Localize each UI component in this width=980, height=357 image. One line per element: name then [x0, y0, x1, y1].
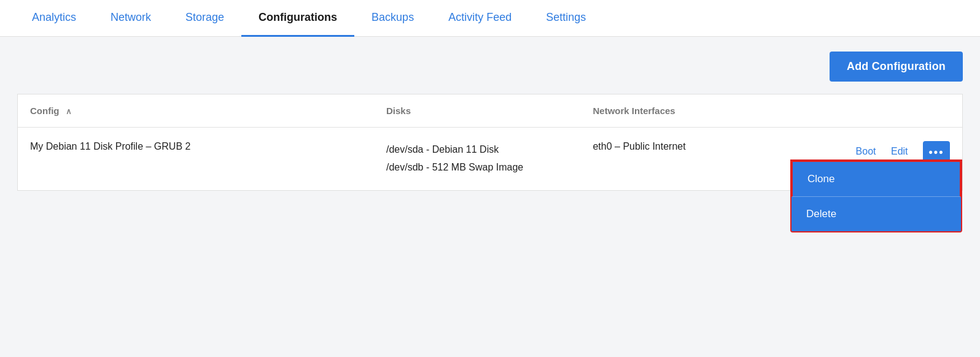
tab-storage[interactable]: Storage	[168, 0, 241, 37]
boot-link[interactable]: Boot	[856, 146, 876, 156]
configurations-table: Config ∧ Disks Network Interfaces My Deb…	[17, 94, 963, 191]
main-content: Add Configuration Config ∧ Disks Network…	[0, 37, 980, 205]
add-configuration-button[interactable]: Add Configuration	[830, 52, 963, 82]
disk-entry-1: /dev/sda - Debian 11 Disk	[386, 141, 568, 159]
tab-analytics[interactable]: Analytics	[15, 0, 93, 37]
delete-button[interactable]: Delete	[791, 197, 961, 231]
disk-entry-2: /dev/sdb - 512 MB Swap Image	[386, 159, 568, 177]
sort-icon: ∧	[66, 107, 72, 116]
config-name-cell: My Debian 11 Disk Profile – GRUB 2	[18, 128, 374, 191]
tab-settings[interactable]: Settings	[529, 0, 603, 37]
column-header-actions	[844, 94, 963, 128]
tab-network[interactable]: Network	[93, 0, 168, 37]
column-header-disks: Disks	[374, 94, 580, 128]
tab-configurations[interactable]: Configurations	[241, 0, 354, 37]
column-header-config[interactable]: Config ∧	[18, 94, 374, 128]
table-row: My Debian 11 Disk Profile – GRUB 2 /dev/…	[18, 128, 963, 191]
column-header-network-interfaces: Network Interfaces	[580, 94, 843, 128]
nav-tabs: Analytics Network Storage Configurations…	[0, 0, 980, 37]
tab-activity-feed[interactable]: Activity Feed	[431, 0, 529, 37]
dropdown-menu: Clone Delete	[790, 159, 962, 232]
edit-link[interactable]: Edit	[891, 146, 908, 156]
tab-backups[interactable]: Backups	[354, 0, 431, 37]
clone-button[interactable]: Clone	[791, 161, 961, 197]
actions-cell: Boot Edit ••• Clone Delete	[844, 128, 963, 191]
header-row: Add Configuration	[17, 52, 963, 82]
disks-cell: /dev/sda - Debian 11 Disk /dev/sdb - 512…	[374, 128, 580, 191]
